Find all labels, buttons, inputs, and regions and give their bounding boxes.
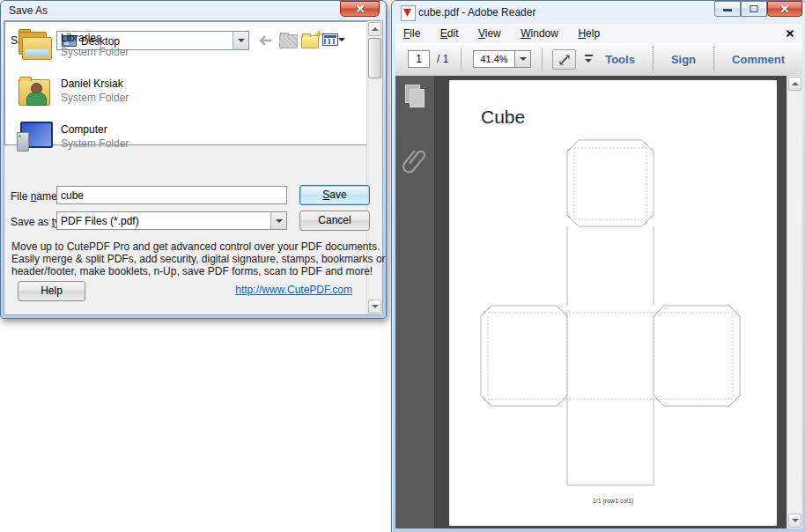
list-item-user-folder[interactable]: Daniel Krsiak System Folder [4, 72, 348, 118]
toolbar: 1 / 1 41.4% Tools Sign Comment [395, 43, 802, 77]
file-list: Libraries System Folder Daniel Krsiak Sy… [4, 21, 372, 145]
computer-icon [17, 120, 52, 145]
pdf-file-icon [401, 5, 416, 21]
scroll-up-button[interactable] [368, 22, 372, 36]
chevron-down-icon [276, 219, 283, 223]
arrow-up-icon [792, 82, 799, 85]
file-name: Computer [61, 123, 107, 136]
paperclip-icon[interactable] [402, 144, 427, 176]
list-scrollbar[interactable] [366, 21, 372, 145]
close-icon [768, 2, 801, 16]
resize-arrows-icon [558, 53, 572, 67]
save-as-dialog: Save As Save in: Desktop [0, 0, 387, 319]
user-folder-icon [17, 74, 52, 109]
tools-panel-button[interactable]: Tools [587, 47, 653, 73]
window-title: cube.pdf - Adobe Reader [418, 6, 535, 18]
file-type: System Folder [61, 46, 129, 58]
scroll-down-button[interactable] [788, 514, 801, 528]
close-button[interactable] [340, 1, 380, 17]
restore-icon [750, 5, 758, 12]
menu-edit[interactable]: Edit [432, 24, 467, 40]
file-name: Daniel Krsiak [61, 78, 123, 90]
menu-window[interactable]: Window [513, 24, 566, 40]
document-area: Cube 1/1 (row1 col1) [395, 76, 802, 528]
toolbar-separator [542, 48, 543, 70]
sign-panel-button[interactable]: Sign [653, 47, 713, 73]
cutepdf-link[interactable]: http://www.CutePDF.com [235, 284, 352, 296]
menu-help[interactable]: Help [570, 24, 608, 40]
arrow-up-icon [372, 27, 373, 31]
dialog-body: Save in: Desktop Lib [4, 20, 383, 315]
close-document-icon[interactable] [785, 28, 795, 39]
navigation-pane [395, 76, 435, 528]
panel-buttons: Tools Sign Comment [587, 43, 802, 76]
scroll-up-button[interactable] [788, 77, 801, 91]
promo-text-line: Move up to CutePDF Pro and get advanced … [11, 240, 381, 253]
chevron-down-icon [520, 57, 527, 61]
close-button[interactable] [767, 1, 802, 17]
save-as-type-combobox[interactable]: PDF Files (*.pdf) [56, 211, 287, 230]
fit-width-button[interactable] [552, 49, 576, 70]
comment-panel-button[interactable]: Comment [713, 47, 802, 73]
save-as-type-value: PDF Files (*.pdf) [61, 215, 139, 227]
file-name-label: File name: [11, 190, 60, 203]
adobe-reader-window: cube.pdf - Adobe Reader File Edit View W… [391, 0, 805, 532]
file-name: Libraries [61, 32, 101, 44]
file-name-input[interactable]: cube [56, 186, 287, 204]
menu-file[interactable]: File [395, 24, 428, 40]
page-footer-text: 1/1 (row1 col1) [449, 498, 777, 504]
dialog-title: Save As [9, 4, 48, 17]
cube-net-drawing [449, 80, 777, 526]
page-number-input[interactable]: 1 [408, 50, 430, 68]
menu-view[interactable]: View [470, 24, 509, 40]
type-dropdown-button[interactable] [270, 212, 286, 229]
restore-button[interactable] [741, 1, 767, 17]
promo-text-line: Easily merge & split PDFs, add security,… [11, 253, 381, 265]
scrollbar-thumb[interactable] [368, 38, 372, 78]
minimize-button[interactable] [714, 1, 741, 17]
help-button[interactable]: Help [18, 281, 85, 301]
list-item-libraries[interactable]: Libraries System Folder [4, 26, 348, 72]
page-total-label: / 1 [437, 53, 448, 65]
minimize-icon [723, 9, 732, 11]
document-scrollbar[interactable] [787, 76, 802, 528]
cancel-button[interactable]: Cancel [299, 211, 370, 231]
libraries-folder-icon [17, 28, 52, 63]
promo-text-line: header/footer, make booklets, n-Up, save… [11, 265, 381, 277]
toolbar-separator [461, 48, 462, 70]
file-type: System Folder [61, 92, 129, 104]
file-type: System Folder [61, 137, 129, 145]
menu-bar: File Edit View Window Help [395, 24, 802, 44]
arrow-down-icon [792, 519, 799, 522]
pdf-page: Cube 1/1 (row1 col1) [449, 80, 777, 526]
close-icon [341, 2, 379, 16]
zoom-input[interactable]: 41.4% [473, 50, 515, 68]
save-button[interactable]: Save [299, 185, 370, 205]
list-item-computer[interactable]: Computer System Folder [4, 118, 348, 145]
page-thumbnails-icon[interactable] [403, 85, 426, 108]
zoom-dropdown-button[interactable] [514, 50, 531, 68]
